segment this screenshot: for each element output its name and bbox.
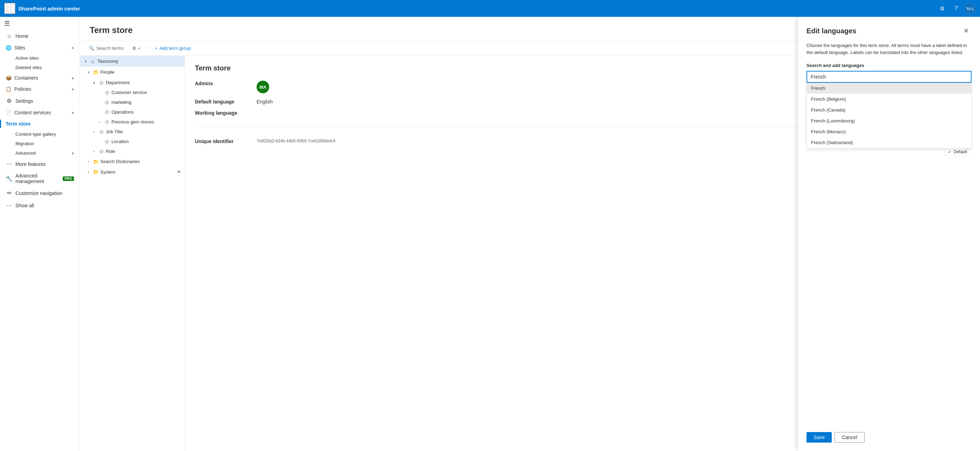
sidebar-label-containers: Containers [14,75,38,81]
sidebar-label-show-all: Show all [16,203,34,208]
language-dropdown: French French (Belgium) Default French (… [807,83,972,148]
default-label-text: Default [954,150,967,154]
sd-folder-icon: 📁 [92,159,99,164]
home-icon: ⌂ [6,33,13,39]
dropdown-item-french-luxembourg[interactable]: French (Luxembourg) [807,115,971,126]
default-language-value: English [256,99,273,105]
help-button[interactable]: ? [951,3,962,14]
settings-chevron-icon: ∨ [138,46,140,50]
user-avatar[interactable] [964,3,976,14]
pro-badge: PRO [63,176,74,181]
containers-chevron-icon: ∨ [72,76,74,80]
sidebar-label-home: Home [16,33,29,39]
sidebar-item-deleted-sites[interactable]: Deleted sites [0,63,80,72]
sidebar-item-migration[interactable]: Migration [0,139,80,148]
add-term-group-button[interactable]: + Add term group [152,44,194,52]
admin-avatar: MA [256,81,269,93]
sidebar-label-deleted-sites: Deleted sites [16,65,42,70]
save-button[interactable]: Save [807,432,832,443]
policies-chevron-icon: ∨ [72,87,74,91]
search-terms-button[interactable]: 🔍 Search terms [86,44,127,53]
search-section-label: Search and add languages [807,63,972,68]
collapse-nav-button[interactable]: ☰ [0,17,80,30]
panel-close-button[interactable]: ✕ [960,25,972,37]
sidebar-item-active-sites[interactable]: Active sites [0,53,80,63]
sidebar-label-advanced: Advanced [16,150,36,156]
french-canada-label: French (Canada) [811,107,845,113]
sidebar-label-more-features: More features [16,161,46,167]
sidebar-item-content-services[interactable]: 📄 Content services ∧ [0,107,80,118]
sidebar-label-settings: Settings [16,98,33,104]
term-settings-button[interactable]: ⚙ ∨ [132,46,140,51]
sidebar-item-customize-navigation[interactable]: ✏ Customize navigation [0,187,80,199]
dropdown-item-french-canada[interactable]: French (Canada) [807,105,971,115]
sidebar-label-policies: Policies [14,86,31,92]
sidebar-item-home[interactable]: ⌂ Home [0,30,80,42]
sys-folder-icon: 📁 [92,169,99,175]
sidebar-label-content-type-gallery: Content type gallery [16,132,56,137]
ops-label: Operations [111,109,134,115]
tree-item-people[interactable]: ∨ 📁 People ⋯ [80,67,185,78]
sd-chevron-icon: › [86,159,91,163]
waffle-button[interactable] [4,3,16,14]
jt-diamond-icon: ◇ [98,129,105,134]
cancel-button[interactable]: Cancel [835,432,865,443]
gems-label: Precious gem stones [111,119,154,124]
tree-item-department[interactable]: ∨ ◇ Department [80,78,185,87]
add-term-group-label: Add term group [159,46,191,51]
tree-item-job-title[interactable]: › ◇ Job Title [80,127,185,136]
jt-label: Job Title [106,129,123,134]
dropdown-item-french[interactable]: French [807,83,971,94]
mkt-diamond-icon: ◇ [104,99,110,105]
panel-footer: Save Cancel [807,426,972,443]
role-diamond-icon: ◇ [98,148,105,154]
sidebar-item-advanced-management[interactable]: 🔧 Advanced management PRO [0,170,80,187]
dept-chevron-icon: ∨ [91,81,97,84]
tree-item-location[interactable]: ◇ Location [80,136,185,146]
sidebar-item-content-type-gallery[interactable]: Content type gallery [0,129,80,139]
tree-item-search-dictionaries[interactable]: › 📁 Search Dictionaries ⋯ [80,156,185,167]
sidebar-item-more-features[interactable]: ⋯ More features [0,158,80,170]
dept-diamond-icon: ◇ [98,80,105,85]
working-language-label: Working language [195,110,251,116]
people-chevron-icon: ∨ [86,70,91,74]
settings-button[interactable]: ⚙ [937,3,948,14]
taxonomy-chevron-icon: ∨ [83,59,88,63]
sidebar-item-policies[interactable]: 📋 Policies ∨ [0,83,80,95]
panel-title: Edit languages [807,27,856,35]
dropdown-item-french-monaco[interactable]: French (Monaco) [807,126,971,137]
default-check-label: ✓ Default [945,148,970,156]
term-store-icon [0,120,1,128]
ops-diamond-icon: ◇ [104,109,110,115]
tree-item-role[interactable]: › ◇ Role [80,146,185,156]
dropdown-item-french-belgium[interactable]: French (Belgium) Default [807,94,971,105]
tree-item-system[interactable]: › 📁 System ✕ [80,167,185,177]
dropdown-item-french-switzerland[interactable]: French (Switzerland) [807,137,971,148]
tree-item-customer-service[interactable]: ◇ Customer service [80,87,185,97]
tree-item-operations[interactable]: ◇ Operations [80,107,185,117]
sidebar-item-settings[interactable]: ⚙ Settings [0,95,80,107]
sidebar-item-containers[interactable]: 📦 Containers ∨ [0,72,80,83]
sidebar-item-term-store[interactable]: Term store [0,118,80,129]
sites-icon: 🌐 [6,45,11,51]
tree-item-precious-gem-stones[interactable]: › ◇ Precious gem stones [80,117,185,127]
tree-item-marketing[interactable]: ◇ marketing [80,97,185,107]
sidebar-item-advanced[interactable]: Advanced ∨ [0,148,80,158]
sidebar-item-show-all[interactable]: ⋯ Show all [0,199,80,212]
people-label: People [100,69,114,75]
sidebar-item-sites[interactable]: 🌐 Sites ∧ [0,42,80,53]
loc-diamond-icon: ◇ [104,139,110,144]
jt-chevron-icon: › [91,130,97,134]
search-icon: 🔍 [89,46,94,51]
language-search-input[interactable] [807,71,972,83]
sidebar-label-sites: Sites [14,45,25,51]
default-language-label: Default language [195,99,251,105]
tree-item-taxonomy[interactable]: ∨ ⌂ Taxonomy ⋯ [80,56,185,67]
customize-nav-icon: ✏ [6,190,13,196]
sites-chevron-icon: ∧ [72,46,74,50]
sys-close-icon[interactable]: ✕ [176,169,182,174]
role-chevron-icon: › [91,150,97,153]
dept-label: Department [106,80,130,85]
sidebar: ☰ ⌂ Home 🌐 Sites ∧ Active sites Deleted … [0,17,80,451]
cs-diamond-icon: ◇ [104,89,110,95]
